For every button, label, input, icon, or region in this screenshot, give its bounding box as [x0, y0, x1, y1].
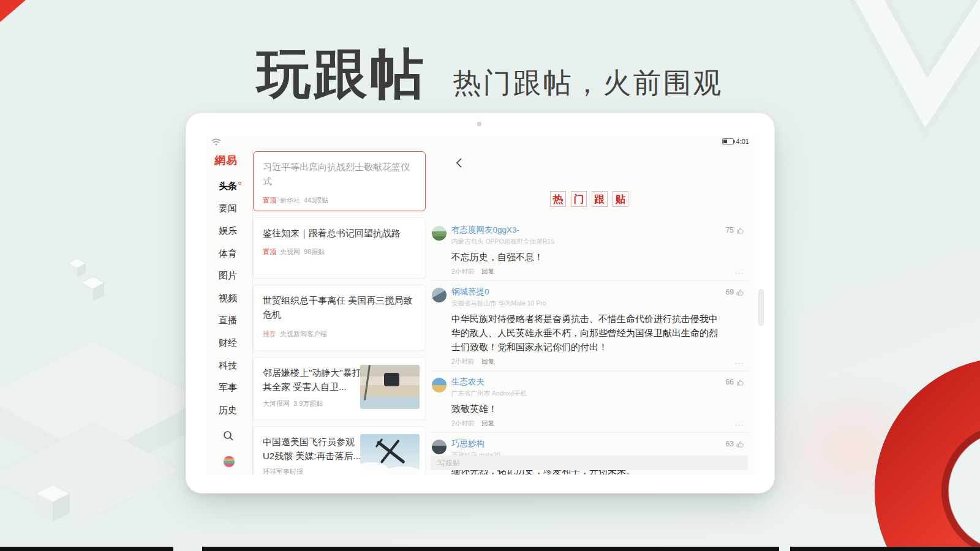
- pin-tag: 置顶: [263, 247, 276, 257]
- like-button[interactable]: 66: [726, 378, 744, 386]
- comment-text: 不忘历史，自强不息！: [451, 250, 748, 264]
- reply-button[interactable]: 回复: [481, 419, 494, 428]
- comment-item: 钢城菩提0 安徽省马鞍山市 华为Mate 10 Pro 中华民族对侍侵略者将是奋…: [431, 281, 748, 371]
- reply-button[interactable]: 回复: [481, 268, 494, 276]
- reply-button[interactable]: 回复: [481, 358, 494, 366]
- comment-input[interactable]: [431, 455, 748, 470]
- sidebar-item-history[interactable]: 历史: [219, 399, 252, 422]
- headline-badge-icon: [238, 182, 241, 185]
- page-subtitle: 热门跟帖，火前围观: [453, 64, 723, 102]
- sidebar-item-tech[interactable]: 科技: [219, 354, 252, 377]
- news-card[interactable]: 世贸组织总干事离任 美国再三搅局致危机 推荐 央视新闻客户端: [253, 285, 426, 351]
- corner-triangle: [0, 0, 26, 22]
- sidebar-nav: 头条 要闻 娱乐 体育 图片 视频 直播 财经 科技 军事 历史: [219, 175, 252, 422]
- search-icon[interactable]: [222, 430, 235, 442]
- like-button[interactable]: 69: [726, 288, 744, 296]
- wifi-icon: [211, 138, 221, 146]
- user-avatar[interactable]: [223, 455, 235, 468]
- news-thumbnail-plane: [360, 434, 420, 474]
- netease-logo[interactable]: 網易: [214, 153, 238, 168]
- more-icon[interactable]: ···: [734, 361, 744, 365]
- sidebar-item-headlines[interactable]: 头条: [219, 175, 252, 198]
- news-list: 习近平等出席向抗战烈士敬献花篮仪式 置顶 新华社 443跟贴 鉴往知来｜跟着总书…: [253, 151, 426, 474]
- news-source: 央视网: [280, 247, 300, 257]
- hero-headline: 玩跟帖 热门跟帖，火前围观: [257, 38, 723, 111]
- thumb-up-icon: [736, 227, 744, 234]
- more-icon[interactable]: ···: [734, 422, 744, 427]
- news-comment-count: 443跟贴: [304, 196, 328, 205]
- comment-text: 致敬英雄！: [451, 402, 748, 416]
- news-comment-count: 3.9万跟贴: [293, 399, 323, 408]
- commenter-name[interactable]: 巧思妙构: [451, 438, 748, 449]
- thumb-up-icon: [736, 378, 744, 386]
- sidebar-item-finance[interactable]: 财经: [219, 332, 252, 354]
- sidebar-item-sports[interactable]: 体育: [219, 242, 252, 265]
- commenter-meta: 广东省广州市 Android手机: [451, 389, 748, 398]
- commenter-avatar[interactable]: [432, 378, 447, 392]
- commenter-name[interactable]: 钢城菩提0: [451, 287, 748, 298]
- commenter-avatar[interactable]: [432, 440, 447, 454]
- thumb-up-icon: [736, 288, 744, 296]
- news-card[interactable]: 中国邀美国飞行员参观U2残骸 美媒:再击落后... 环球军事时报: [253, 426, 426, 474]
- comment-composer: [431, 455, 748, 470]
- sidebar-item-pictures[interactable]: 图片: [219, 264, 252, 287]
- cube-icon: [69, 258, 104, 301]
- pin-tag: 置顶: [263, 196, 276, 205]
- comment-time: 2小时前: [451, 419, 474, 428]
- page-title: 玩跟帖: [257, 38, 426, 111]
- back-icon[interactable]: [453, 157, 466, 169]
- comment-list: 有态度网友0ggX3- 内蒙古包头 OPPO超视野全面屏R15 不忘历史，自强不…: [431, 219, 748, 474]
- comment-item: 生态农夫 广东省广州市 Android手机 致敬英雄！ 2小时前 回复 66 ·…: [431, 371, 748, 433]
- like-button[interactable]: 63: [726, 440, 744, 448]
- comment-item: 有态度网友0ggX3- 内蒙古包头 OPPO超视野全面屏R15 不忘历史，自强不…: [431, 219, 748, 281]
- scrollbar-handle[interactable]: [758, 289, 764, 326]
- bottom-bar: [790, 547, 980, 551]
- thumb-up-icon: [736, 440, 744, 448]
- comment-time: 2小时前: [451, 358, 474, 366]
- sidebar-item-live[interactable]: 直播: [219, 310, 252, 332]
- commenter-meta: 内蒙古包头 OPPO超视野全面屏R15: [451, 238, 748, 246]
- sidebar-item-news[interactable]: 要闻: [219, 198, 252, 220]
- app-screen: 4:01 網易 头条 要闻 娱乐 体育 图片 视频 直播 财经 科技 军事 历史…: [206, 135, 755, 474]
- like-button[interactable]: 75: [726, 226, 744, 234]
- commenter-name[interactable]: 生态农夫: [451, 377, 748, 388]
- bottom-bar: [202, 547, 779, 551]
- commenter-avatar[interactable]: [432, 226, 447, 241]
- news-source: 央视新闻客户端: [280, 329, 327, 339]
- isometric-structure: [0, 340, 203, 525]
- hot-comments-title: 热 门 跟 贴: [431, 191, 748, 207]
- news-comment-count: 98跟贴: [304, 247, 325, 257]
- hot-comments-panel: 热 门 跟 贴 有态度网友0ggX3- 内蒙古包头 OPPO超视野全面屏R15 …: [431, 135, 748, 474]
- commenter-meta: 安徽省马鞍山市 华为Mate 10 Pro: [451, 299, 748, 308]
- recommend-tag: 推荐: [263, 329, 276, 339]
- news-card-pinned[interactable]: 习近平等出席向抗战烈士敬献花篮仪式 置顶 新华社 443跟贴: [253, 151, 426, 211]
- more-icon[interactable]: ···: [734, 271, 744, 276]
- comment-time: 2小时前: [451, 268, 474, 276]
- news-card[interactable]: 鉴往知来｜跟着总书记回望抗战路 置顶 央视网 98跟贴: [253, 217, 426, 279]
- sidebar-item-military[interactable]: 军事: [219, 377, 252, 399]
- news-thumbnail-hospital: [360, 365, 420, 409]
- news-card[interactable]: 邻居嫌楼上"动静大"暴打其全家 受害人自卫... 大河报网 3.9万跟贴: [253, 357, 426, 420]
- bottom-bar: [0, 547, 173, 551]
- news-source: 新华社: [280, 196, 300, 205]
- news-source: 环球军事时报: [263, 467, 303, 475]
- sidebar-item-video[interactable]: 视频: [219, 287, 252, 310]
- commenter-name[interactable]: 有态度网友0ggX3-: [451, 225, 748, 236]
- commenter-avatar[interactable]: [432, 288, 447, 302]
- tablet-camera-icon: [477, 122, 481, 126]
- news-source: 大河报网: [263, 399, 290, 408]
- comment-text: 中华民族对侍侵略者将是奋勇抗击、不惜生命代价进行抗击侵我中华的敌人、人民英雄永垂…: [451, 312, 748, 354]
- sidebar-item-entertainment[interactable]: 娱乐: [219, 220, 252, 242]
